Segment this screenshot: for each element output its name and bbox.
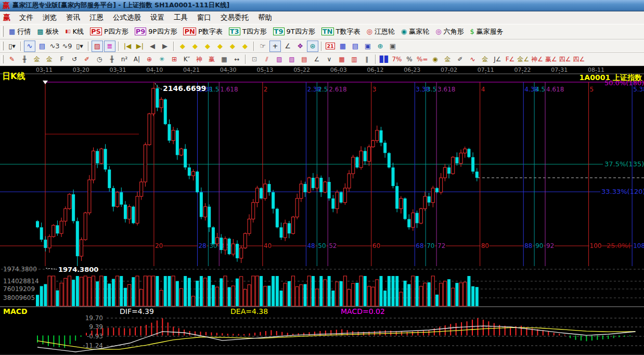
gann-wheel-button[interactable]: ◎江恩轮 (363, 25, 397, 38)
gold-bell-b-icon[interactable]: 金 (44, 54, 55, 65)
ying-tool-icon[interactable]: 赢 (206, 54, 217, 65)
t-table-button[interactable]: TNT数字表 (318, 25, 364, 38)
candle-width-dropdown-icon[interactable]: ▯▾ (74, 41, 85, 52)
zoom-out-h-icon[interactable]: ◆ (202, 41, 213, 52)
prev-page-icon[interactable]: ◀ (147, 41, 158, 52)
shen-tool-icon[interactable]: 神 (194, 54, 205, 65)
si-angle-icon[interactable]: 四∠ (559, 54, 572, 65)
grid-hash-icon[interactable]: ╫ (19, 54, 30, 65)
zigzag-tool-icon[interactable]: ∿ (24, 41, 35, 52)
gold-angle-icon[interactable]: 金∠ (517, 54, 530, 65)
first-page-icon[interactable]: |◀ (122, 41, 133, 52)
expand-all-icon[interactable]: ◆ (239, 41, 251, 52)
menu-item-3[interactable]: 资讯 (61, 12, 85, 23)
menu-item-9[interactable]: 交易委托 (216, 12, 253, 23)
gold-lines-icon[interactable]: 金 (442, 54, 453, 65)
f-lines-icon[interactable]: F (56, 54, 68, 65)
hand-tool-icon[interactable]: ☞ (257, 41, 268, 52)
pattern-overlay-icon[interactable]: ▨ (92, 41, 103, 52)
menu-item-1[interactable]: 文件 (15, 12, 38, 23)
calculator-icon[interactable]: ▦ (337, 41, 349, 52)
v-wave-icon[interactable]: ∨ (324, 54, 335, 65)
compress-all-icon[interactable]: ◆ (227, 41, 238, 52)
red-grid-a-icon[interactable]: ▦ (336, 54, 347, 65)
zoom-in-h-icon[interactable]: ◆ (214, 41, 226, 52)
chart-svg[interactable]: 03-1103-2003-3104-1004-2104-3005-1305-22… (0, 66, 644, 355)
t9-square-button[interactable]: T99T四方形 (270, 25, 318, 38)
gold-bell-a-icon[interactable]: 金 (31, 54, 43, 65)
kline-button[interactable]: ▮▯K线 (62, 25, 87, 38)
j-angle-icon[interactable]: J∠ (492, 54, 503, 65)
wave3-icon[interactable]: ∿3 (49, 41, 60, 52)
info-panel-icon[interactable]: ▤ (36, 41, 48, 52)
pen-knife-icon[interactable]: ✎ (6, 54, 18, 65)
pen-b-icon[interactable]: ✐ (454, 54, 466, 65)
service-button[interactable]: $赢家服务 (467, 25, 506, 38)
toolbar-grip[interactable] (1, 26, 4, 36)
si-angle-b-icon[interactable]: 四∠ (573, 54, 586, 65)
wave-channel-icon[interactable]: ∿ (467, 54, 478, 65)
red-knife-icon[interactable]: ✐ (81, 54, 93, 65)
pct-icon[interactable]: % (404, 54, 415, 65)
save-icon[interactable]: ▣ (362, 41, 373, 52)
magenta-box-b-icon[interactable]: ▧ (286, 54, 298, 65)
gann-brain-icon[interactable]: ⊛ (307, 41, 318, 52)
scroll-left-icon[interactable]: ◆ (177, 41, 188, 52)
wave9-icon[interactable]: ∿9 (61, 41, 73, 52)
magenta-box-a-icon[interactable]: ▨ (274, 54, 285, 65)
ray-fan-icon[interactable]: ⫽ (261, 54, 273, 65)
circle-compass-icon[interactable]: ⊕ (144, 54, 155, 65)
menu-item-6[interactable]: 设置 (146, 12, 169, 23)
p-table-button[interactable]: PNP数字表 (180, 25, 225, 38)
gold-under-icon[interactable]: 金 (479, 54, 491, 65)
spiral-icon[interactable]: ↺ (69, 54, 80, 65)
square-target-icon[interactable]: ⊞ (169, 54, 180, 65)
menu-item-2[interactable]: 浏览 (38, 12, 61, 23)
crosshair-tool-icon[interactable]: + (269, 41, 281, 52)
next-page-icon[interactable]: ▶ (159, 41, 171, 52)
angle-measure-icon[interactable]: ∠ (282, 41, 293, 52)
red-grid-b-icon[interactable]: ▥ (349, 54, 360, 65)
winner-wheel-button[interactable]: ◉赢家轮 (398, 25, 432, 38)
hash-b-icon[interactable]: ╫ (106, 54, 118, 65)
measure-tool-icon[interactable]: ❖ (294, 41, 306, 52)
notes-icon[interactable]: ▤ (350, 41, 361, 52)
blocks-button[interactable]: ▩板块 (34, 25, 62, 38)
scroll-right-icon[interactable]: ◆ (189, 41, 201, 52)
star-burst-icon[interactable]: ✳ (156, 54, 168, 65)
last-page-icon[interactable]: ▶| (134, 41, 146, 52)
p-square-button[interactable]: PSP四方形 (87, 25, 132, 38)
candle-style-dropdown-icon[interactable]: ▯▾ (6, 41, 18, 52)
k-notation-icon[interactable]: K″ (181, 54, 192, 65)
ruler-grid-icon[interactable]: ▦ (218, 54, 230, 65)
parallel-lines-icon[interactable]: ∥ (361, 54, 372, 65)
calendar-icon[interactable]: 21 (325, 41, 336, 52)
red-grid-fan-icon[interactable]: ▤ (299, 54, 310, 65)
time-clock-icon[interactable]: ◷ (94, 54, 105, 65)
volume-series[interactable] (36, 276, 479, 306)
volume-profile-icon[interactable]: ≣ (104, 41, 115, 52)
column-pair-icon[interactable]: ▊▊ (379, 54, 390, 65)
hexagon-button[interactable]: ◎六角形 (432, 25, 467, 38)
p9-square-button[interactable]: P99P四方形 (132, 25, 181, 38)
angle-fan-icon[interactable]: ∠ (311, 54, 323, 65)
n-squared-icon[interactable]: n² (119, 54, 130, 65)
ying-angle-icon[interactable]: 赢∠ (545, 54, 558, 65)
chart-area[interactable]: 03-1103-2003-3104-1004-2104-3005-1305-22… (0, 66, 644, 355)
title-bar[interactable]: 赢 赢家江恩专业版[赢家内部服务平台] - [上证指数 SH1A0001-111… (0, 0, 644, 11)
span-arrows-icon[interactable]: ↔ (231, 54, 242, 65)
f-angle-icon[interactable]: F∠ (504, 54, 516, 65)
corner-box-icon[interactable]: ⊡ (249, 54, 260, 65)
menu-item-5[interactable]: 公式选股 (108, 12, 146, 23)
menu-item-8[interactable]: 窗口 (192, 12, 216, 23)
gold-circle-icon[interactable]: ◉ (429, 54, 441, 65)
seven-pct-icon[interactable]: 7% (391, 54, 403, 65)
workstation-icon[interactable]: ▣ (387, 41, 398, 52)
a-mirror-icon[interactable]: A| (131, 54, 143, 65)
t-square-button[interactable]: T3T四方形 (226, 25, 270, 38)
menu-item-4[interactable]: 江恩 (85, 12, 108, 23)
quote-grid-button[interactable]: ▦行情 (6, 25, 34, 38)
menu-item-10[interactable]: 帮助 (253, 12, 277, 23)
web-update-icon[interactable]: ⊕ (375, 41, 386, 52)
pct-lines-icon[interactable]: %= (416, 54, 428, 65)
